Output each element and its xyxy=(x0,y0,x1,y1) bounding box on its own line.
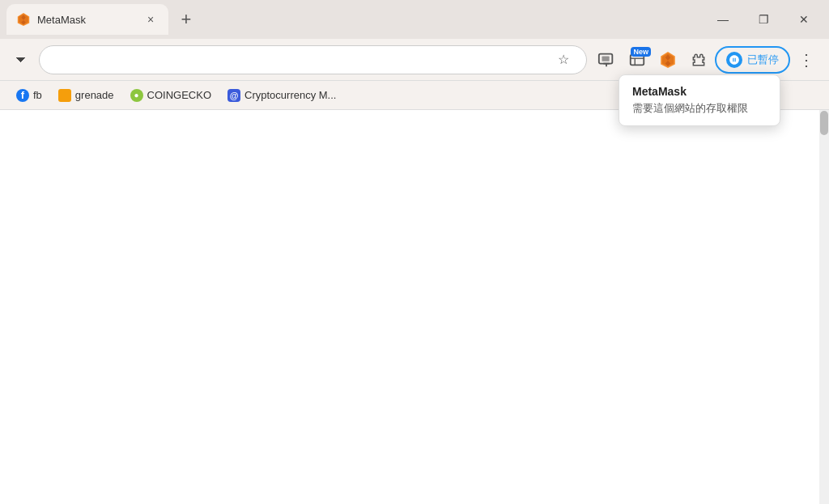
coingecko-favicon: ● xyxy=(130,89,143,102)
star-symbol: ☆ xyxy=(558,52,569,67)
bookmark-fb[interactable]: f fb xyxy=(10,86,49,105)
window-controls: — ❐ ✕ xyxy=(704,6,823,32)
bookmark-grenade[interactable]: grenade xyxy=(52,86,121,105)
dropdown-arrow-icon[interactable]: ⏷ xyxy=(8,47,34,73)
tooltip-subtitle: 需要這個網站的存取權限 xyxy=(632,101,767,116)
maximize-button[interactable]: ❐ xyxy=(745,6,782,32)
bookmark-fb-label: fb xyxy=(33,89,42,101)
bookmark-coingecko[interactable]: ● COINGECKO xyxy=(124,86,218,105)
metamask-extension-icon[interactable] xyxy=(653,45,682,74)
bookmark-star-icon[interactable]: ☆ xyxy=(554,50,573,70)
extension-icons: New xyxy=(592,45,821,74)
tab-title: MetaMask xyxy=(37,14,136,26)
new-badge: New xyxy=(631,47,651,57)
scrollbar-thumb[interactable] xyxy=(820,111,828,135)
address-bar[interactable]: ☆ xyxy=(39,45,587,74)
minimize-button[interactable]: — xyxy=(704,6,742,32)
more-options-icon[interactable]: ⋮ xyxy=(792,45,821,74)
metamask-paused-icon xyxy=(726,52,742,68)
bookmark-coingecko-label: COINGECKO xyxy=(147,89,211,101)
svg-rect-7 xyxy=(602,56,610,61)
scrollbar-track[interactable] xyxy=(819,110,829,504)
tab-close-button[interactable]: × xyxy=(142,11,159,28)
screen-share-extension-icon[interactable] xyxy=(592,45,621,74)
metamask-paused-button[interactable]: 已暫停 xyxy=(715,46,790,74)
tooltip-title: MetaMask xyxy=(632,85,767,98)
dropdown-label: ⏷ xyxy=(15,53,28,67)
more-dots-label: ⋮ xyxy=(798,50,814,70)
new-tab-button[interactable]: + xyxy=(172,5,201,34)
extensions-puzzle-icon[interactable] xyxy=(684,45,713,74)
grenade-favicon xyxy=(58,89,71,102)
fb-favicon: f xyxy=(16,89,29,102)
metamask-tooltip: MetaMask 需要這個網站的存取權限 xyxy=(619,74,780,126)
page-content xyxy=(0,110,829,504)
bookmark-cryptocurrency[interactable]: @ Cryptocurrency M... xyxy=(221,86,342,105)
cryptocurrency-favicon: @ xyxy=(227,89,240,102)
close-button[interactable]: ✕ xyxy=(785,6,823,32)
bookmark-cryptocurrency-label: Cryptocurrency M... xyxy=(244,89,336,101)
active-tab[interactable]: MetaMask × xyxy=(6,4,168,35)
paused-label: 已暫停 xyxy=(747,53,779,67)
bookmark-grenade-label: grenade xyxy=(75,89,114,101)
title-bar: MetaMask × + — ❐ ✕ xyxy=(0,0,829,39)
tab-favicon xyxy=(16,12,31,27)
new-badge-extension-icon[interactable]: New xyxy=(623,45,652,74)
